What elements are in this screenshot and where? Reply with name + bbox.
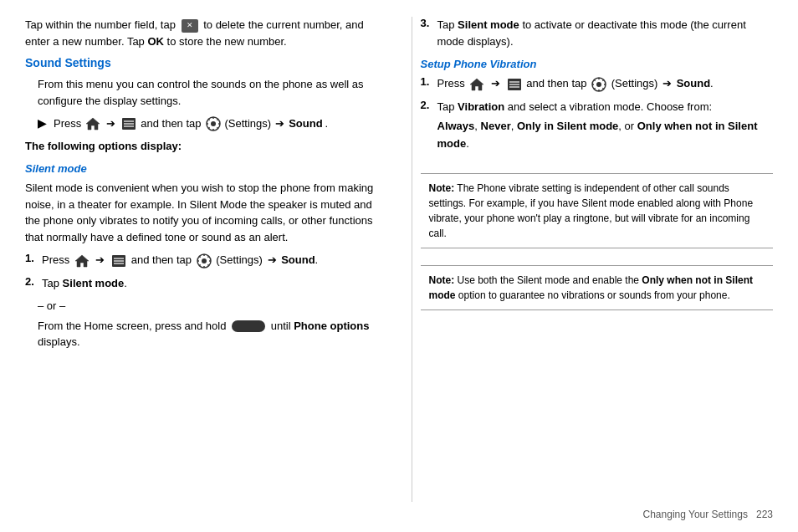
ok-label: OK (147, 35, 164, 48)
sound-settings-heading: Sound Settings (25, 56, 378, 69)
vib-step1-num: 1. (421, 75, 434, 88)
vib-step2-vibration: Vibration (458, 100, 504, 113)
step2-tap: Tap (42, 277, 59, 289)
left-column: Tap within the number field, tap to dele… (25, 17, 386, 502)
never-option: Never (481, 120, 511, 132)
displays-text: displays. (38, 335, 80, 348)
home-icon (85, 116, 100, 131)
home-icon-3 (469, 77, 484, 92)
note2-label: Note: (429, 274, 455, 286)
arrow1: ➔ (106, 115, 115, 133)
delete-icon (182, 19, 198, 33)
page: Tap within the number field, tap to dele… (0, 0, 798, 532)
bullet-arrow-icon: ▶ (38, 115, 46, 133)
step3-silent-mode: Silent mode (458, 18, 519, 31)
or-line: – or – (25, 298, 378, 315)
vib-settings-label: (Settings) (611, 77, 658, 90)
vib-step2-tap: Tap (437, 100, 455, 113)
note1-label: Note: (429, 182, 455, 194)
intro-text3: to store the new number. (167, 35, 287, 48)
step2-period: . (124, 277, 127, 289)
step2-content: Tap Silent mode. (42, 275, 378, 292)
and-then-tap: and then tap (141, 115, 201, 133)
silent-step1: 1. Press ➔ (25, 252, 378, 269)
vib-step1-content: Press ➔ a (437, 75, 774, 92)
page-footer: Changing Your Settings 223 (25, 502, 773, 524)
svg-marker-0 (86, 118, 100, 130)
step1-and-then-tap: and then tap (131, 253, 192, 266)
intro-paragraph: Tap within the number field, tap to dele… (25, 17, 378, 49)
menu-icon-3 (507, 77, 522, 92)
vib-step2-content: Tap Vibration and select a vibration mod… (437, 99, 774, 153)
sound-settings-description: From this menu you can control the sound… (25, 76, 378, 109)
power-icon (232, 320, 265, 332)
intro-text1: Tap within the number field, tap (25, 18, 176, 31)
note2-text-prefix: Use both the Silent mode and enable the (458, 274, 640, 286)
content-columns: Tap within the number field, tap to dele… (25, 17, 773, 502)
step1-arrow1: ➔ (95, 253, 105, 266)
step1-content: Press ➔ a (42, 252, 378, 269)
vib-arrow3: ➔ (662, 77, 672, 90)
footer-label: Changing Your Settings (643, 509, 748, 520)
vibration-step2: 2. Tap Vibration and select a vibration … (421, 99, 774, 153)
step1-settings-label: (Settings) (216, 253, 263, 266)
following-options-text: The following options display: (25, 138, 378, 155)
home-icon-2 (74, 253, 90, 269)
right-step3: 3. Tap Silent mode to activate or deacti… (421, 17, 774, 49)
settings-label: (Settings) (225, 115, 272, 133)
vibration-options: Always, Never, Only in Silent mode, or O… (437, 118, 774, 153)
vibration-step1: 1. Press ➔ (421, 75, 774, 92)
from-home-line: From the Home screen, press and hold unt… (25, 318, 378, 350)
note1-text: The Phone vibrate setting is independent… (429, 182, 754, 239)
svg-marker-14 (470, 79, 483, 90)
note2-box: Note: Use both the Silent mode and enabl… (421, 265, 774, 310)
step2-silent-mode: Silent mode (63, 277, 125, 289)
step1-arrow3: ➔ (268, 253, 277, 266)
always-option: Always (437, 120, 475, 132)
step2-num: 2. (25, 275, 38, 288)
arrow3: ➔ (275, 115, 284, 133)
settings-icon-3 (591, 77, 606, 92)
sound-label: Sound (289, 115, 322, 133)
svg-marker-7 (75, 255, 89, 267)
vib-step1-press: Press (437, 77, 465, 90)
step1-sound: Sound (281, 253, 315, 266)
vib-arrow1: ➔ (491, 77, 500, 90)
svg-point-6 (211, 121, 216, 126)
phone-options-text: Phone options (294, 320, 369, 332)
vib-sound-label: Sound (677, 77, 710, 90)
vib-step2-middle: and select a vibration mode. Choose from… (508, 100, 712, 113)
note2-suffix: option to guarantee no vibrations or sou… (458, 289, 730, 301)
until-text: until (271, 320, 291, 332)
step1-num: 1. (25, 252, 38, 264)
setup-vibration-heading: Setup Phone Vibration (421, 58, 774, 70)
silent-step2: 2. Tap Silent mode. (25, 275, 378, 292)
settings-icon-2 (197, 253, 212, 269)
silent-mode-description: Silent mode is convenient when you wish … (25, 180, 378, 245)
settings-icon (206, 116, 221, 131)
menu-icon-2 (111, 253, 126, 269)
silent-mode-heading: Silent mode (25, 162, 378, 175)
step3-tap: Tap (437, 18, 455, 31)
only-in-silent-option: Only in Silent mode (517, 120, 618, 132)
press-label: Press (54, 115, 81, 133)
step3-content: Tap Silent mode to activate or deactivat… (437, 17, 774, 49)
page-number: 223 (756, 509, 773, 520)
note1-box: Note: The Phone vibrate setting is indep… (421, 173, 774, 248)
sound-settings-press-line: ▶ Press ➔ and (25, 115, 378, 133)
step3-num: 3. (421, 17, 434, 29)
step1-press: Press (42, 253, 69, 266)
from-home-text: From the Home screen, press and hold (38, 320, 226, 332)
right-column: 3. Tap Silent mode to activate or deacti… (412, 17, 774, 502)
svg-point-20 (596, 82, 601, 87)
svg-point-13 (202, 258, 207, 263)
vib-step2-num: 2. (421, 99, 434, 111)
menu-icon (121, 116, 136, 131)
vib-and-then-tap: and then tap (526, 77, 586, 90)
